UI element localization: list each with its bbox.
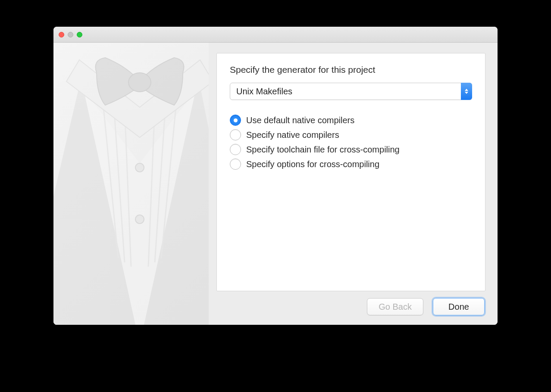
maximize-icon[interactable] [77, 32, 82, 37]
go-back-button: Go Back [367, 298, 423, 315]
generator-select-value: Unix Makefiles [230, 83, 472, 100]
radio-icon [230, 115, 241, 126]
svg-point-7 [135, 163, 144, 172]
radio-label: Specify toolchain file for cross-compili… [246, 145, 400, 155]
close-icon[interactable] [59, 32, 64, 37]
radio-specify-cross-compile-options[interactable]: Specify options for cross-compiling [230, 159, 472, 170]
radio-specify-native-compilers[interactable]: Specify native compilers [230, 129, 472, 140]
tuxedo-icon [53, 43, 209, 325]
titlebar [53, 27, 498, 43]
radio-label: Use default native compilers [246, 115, 354, 125]
dialog-buttons: Go Back Done [216, 291, 485, 316]
dialog-window: Specify the generator for this project U… [53, 27, 498, 325]
radio-label: Specify native compilers [246, 130, 339, 140]
radio-icon [230, 159, 241, 170]
generator-select[interactable]: Unix Makefiles [230, 83, 472, 100]
compiler-options-group: Use default native compilers Specify nat… [230, 115, 472, 170]
window-controls [59, 32, 82, 37]
radio-specify-toolchain-file[interactable]: Specify toolchain file for cross-compili… [230, 144, 472, 155]
minimize-icon [68, 32, 73, 37]
done-button[interactable]: Done [433, 298, 485, 315]
svg-point-6 [128, 73, 151, 92]
content-area: Specify the generator for this project U… [209, 43, 498, 325]
window-body: Specify the generator for this project U… [53, 43, 498, 325]
dialog-heading: Specify the generator for this project [230, 65, 472, 75]
radio-icon [230, 144, 241, 155]
radio-use-default-native-compilers[interactable]: Use default native compilers [230, 115, 472, 126]
wizard-sidebar-image [53, 43, 209, 325]
radio-label: Specify options for cross-compiling [246, 159, 379, 169]
chevron-up-down-icon [461, 83, 472, 100]
radio-icon [230, 129, 241, 140]
form-panel: Specify the generator for this project U… [216, 53, 485, 291]
svg-point-8 [135, 215, 144, 224]
